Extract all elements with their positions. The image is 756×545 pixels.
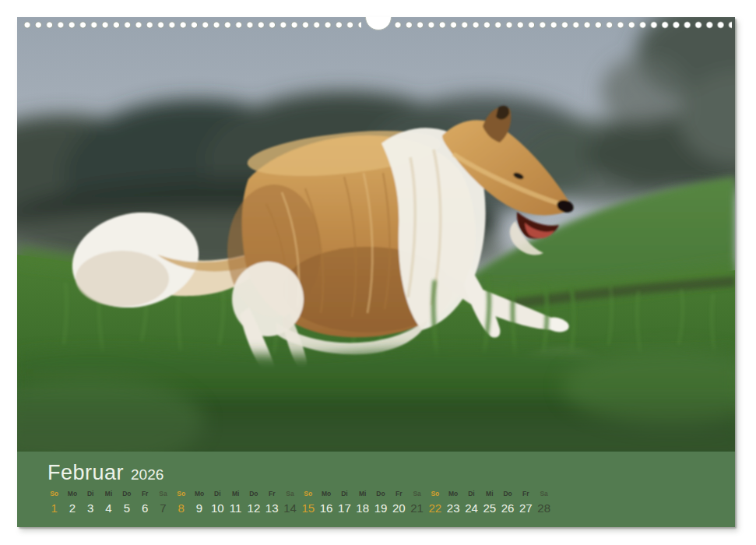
day-cell: Mi18 [353, 490, 371, 516]
calendar-band: Februar2026 So1Mo2Di3Mi4Do5Fr6Sa7So8Mo9D… [17, 452, 735, 527]
weekday-label: So [172, 490, 190, 498]
day-cell: Do5 [118, 490, 135, 516]
weekday-label: Mo [445, 490, 462, 498]
binding-holes-right [392, 19, 732, 30]
day-cell: Mi25 [480, 490, 498, 516]
weekday-label: Do [118, 490, 135, 498]
weekday-label: Di [209, 490, 227, 498]
day-cell: Mo9 [190, 490, 208, 516]
weekday-label: Fr [135, 490, 153, 498]
day-cell: Fr27 [517, 490, 535, 516]
weekday-label: Mi [353, 490, 371, 498]
weekday-label: Mo [63, 490, 81, 498]
day-number: 15 [299, 501, 317, 516]
weekday-label: Sa [408, 490, 426, 498]
day-number: 11 [227, 501, 244, 516]
weekday-label: So [45, 490, 63, 498]
weekday-label: Do [498, 490, 516, 498]
weekday-label: Di [336, 490, 353, 498]
weekday-label: Fr [263, 490, 281, 498]
weekday-label: Do [244, 490, 262, 498]
day-number: 14 [281, 501, 299, 516]
weekday-label: So [299, 490, 317, 498]
day-cell: Do19 [371, 490, 389, 516]
day-cell: So15 [299, 490, 317, 516]
day-number: 18 [353, 501, 371, 516]
weekday-label: Do [371, 490, 389, 498]
day-number: 28 [535, 501, 553, 516]
day-cell: Do26 [498, 490, 516, 516]
day-cell: Sa21 [408, 490, 426, 516]
day-cell: Di3 [82, 490, 100, 516]
day-number: 26 [498, 501, 516, 516]
day-number: 13 [263, 501, 281, 516]
day-number: 23 [445, 501, 462, 516]
day-number: 6 [135, 501, 153, 516]
calendar-photo [17, 17, 735, 452]
day-number: 12 [244, 501, 262, 516]
day-number: 7 [154, 501, 172, 516]
weekday-label: Sa [154, 490, 172, 498]
day-cell: Sa28 [535, 490, 553, 516]
weekday-label: Mi [227, 490, 244, 498]
day-number: 22 [426, 501, 444, 516]
weekday-label: Mo [190, 490, 208, 498]
weekday-label: Fr [390, 490, 408, 498]
weekday-label: Di [82, 490, 100, 498]
day-number: 9 [190, 501, 208, 516]
day-cell: Di17 [336, 490, 353, 516]
day-cell: So8 [172, 490, 190, 516]
day-cell: Sa7 [154, 490, 172, 516]
day-cell: Mi11 [227, 490, 244, 516]
day-cell: So1 [45, 490, 63, 516]
day-cell: Fr13 [263, 490, 281, 516]
weekday-label: Sa [281, 490, 299, 498]
day-number: 27 [517, 501, 535, 516]
weekday-label: Fr [517, 490, 535, 498]
day-number: 17 [336, 501, 353, 516]
day-number: 4 [100, 501, 118, 516]
day-cell: Mo2 [63, 490, 81, 516]
day-number: 21 [408, 501, 426, 516]
month-title: Februar2026 [47, 461, 164, 485]
day-number: 10 [209, 501, 227, 516]
weekday-label: Mi [100, 490, 118, 498]
day-cell: Di10 [209, 490, 227, 516]
day-cell: Fr20 [390, 490, 408, 516]
day-number: 3 [82, 501, 100, 516]
year-label: 2026 [131, 466, 164, 483]
month-name: Februar [47, 461, 124, 484]
weekday-label: Sa [535, 490, 553, 498]
day-number: 5 [118, 501, 135, 516]
day-cell: Mi4 [100, 490, 118, 516]
dog-photo-illustration [17, 17, 735, 452]
day-number: 19 [371, 501, 389, 516]
day-cell: Sa14 [281, 490, 299, 516]
weekday-label: Di [462, 490, 480, 498]
day-number: 24 [462, 501, 480, 516]
weekday-label: Mi [480, 490, 498, 498]
day-cell: So22 [426, 490, 444, 516]
day-number: 20 [390, 501, 408, 516]
day-number: 1 [45, 501, 63, 516]
day-number: 8 [172, 501, 190, 516]
calendar-sheet: Februar2026 So1Mo2Di3Mi4Do5Fr6Sa7So8Mo9D… [17, 17, 735, 527]
date-row: So1Mo2Di3Mi4Do5Fr6Sa7So8Mo9Di10Mi11Do12F… [45, 490, 553, 516]
day-number: 16 [317, 501, 335, 516]
day-cell: Do12 [244, 490, 262, 516]
day-cell: Fr6 [135, 490, 153, 516]
day-cell: Mo16 [317, 490, 335, 516]
weekday-label: So [426, 490, 444, 498]
day-cell: Mo23 [445, 490, 462, 516]
weekday-label: Mo [317, 490, 335, 498]
binding-holes-left [22, 19, 361, 30]
day-number: 2 [63, 501, 81, 516]
day-number: 25 [480, 501, 498, 516]
day-cell: Di24 [462, 490, 480, 516]
